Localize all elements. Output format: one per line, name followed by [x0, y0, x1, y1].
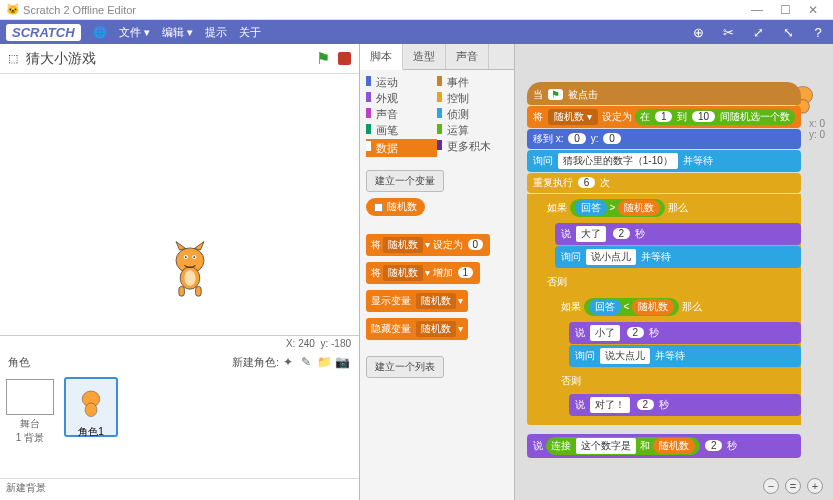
make-variable-button[interactable]: 建立一个变量 [366, 170, 444, 192]
block-if-lt[interactable]: 如果 回答 < 随机数 那么 [555, 295, 801, 319]
cat-looks[interactable]: 外观 [366, 90, 437, 106]
window-titlebar: 🐱 Scratch 2 Offline Editor — ☐ ✕ [0, 0, 833, 20]
block-else2[interactable]: 否则 [555, 371, 801, 391]
svg-point-6 [184, 270, 195, 285]
maximize-icon[interactable]: ☐ [771, 3, 799, 17]
cat-icon: 🐱 [6, 3, 20, 16]
block-goto[interactable]: 移到 x: 0 y: 0 [527, 129, 801, 149]
tab-sounds[interactable]: 声音 [446, 44, 489, 69]
cat-control[interactable]: 控制 [437, 90, 508, 106]
svg-point-4 [193, 256, 195, 258]
block-when-flag[interactable]: 当 ⚑ 被点击 [527, 82, 801, 105]
make-list-button[interactable]: 建立一个列表 [366, 356, 444, 378]
sprite-cat[interactable] [155, 229, 225, 299]
svg-point-3 [185, 256, 187, 258]
camera-sprite-icon[interactable]: 📷 [333, 355, 351, 369]
cat-pen[interactable]: 画笔 [366, 122, 437, 138]
var-checkbox[interactable] [374, 203, 383, 212]
minimize-icon[interactable]: — [743, 3, 771, 17]
project-title[interactable]: 猜大小游戏 [26, 50, 308, 68]
sprite-item-cat[interactable]: 角色1 [64, 377, 118, 437]
cut-icon[interactable]: ✂ [719, 25, 737, 40]
choose-sprite-icon[interactable]: ✦ [279, 355, 297, 369]
globe-icon[interactable]: 🌐 [93, 26, 107, 39]
menu-tips[interactable]: 提示 [205, 25, 227, 40]
cat-events[interactable]: 事件 [437, 74, 508, 90]
block-ask-big[interactable]: 询问 说大点儿 并等待 [569, 345, 801, 367]
cat-operators[interactable]: 运算 [437, 122, 508, 138]
cat-motion[interactable]: 运动 [366, 74, 437, 90]
svg-rect-7 [179, 286, 185, 296]
zoom-out-icon[interactable]: − [763, 478, 779, 494]
blocks-palette-column: 脚本 造型 声音 运动 外观 声音 画笔 数据 事件 控制 侦测 运算 更多积木… [360, 44, 515, 500]
scratch-logo: SCRATCH [6, 24, 81, 41]
tab-scripts[interactable]: 脚本 [360, 44, 403, 70]
block-show-var[interactable]: 显示变量 随机数▾ [366, 290, 468, 312]
block-say-small[interactable]: 说 小了 2 秒 [569, 322, 801, 344]
new-backdrop-label: 新建背景 [0, 478, 359, 500]
block-repeat[interactable]: 重复执行 6 次 [527, 173, 801, 193]
stage-canvas[interactable] [0, 74, 359, 336]
help-icon[interactable]: ? [809, 25, 827, 40]
new-sprite-label: 新建角色: [232, 355, 279, 370]
fullscreen-icon[interactable]: ⬚ [8, 52, 18, 65]
block-hide-var[interactable]: 隐藏变量 随机数▾ [366, 318, 468, 340]
scripts-area[interactable]: x: 0 y: 0 当 ⚑ 被点击 将 随机数 ▾ 设定为 在 1 到 10 间… [515, 44, 833, 500]
block-say-big[interactable]: 说 大了 2 秒 [555, 223, 801, 245]
block-say-join[interactable]: 说 连接 这个数字是 和 随机数 2 秒 [527, 434, 801, 458]
shrink-icon[interactable]: ⤡ [779, 25, 797, 40]
svg-point-10 [85, 403, 97, 417]
stop-icon[interactable] [338, 52, 351, 65]
stage-thumb[interactable]: 舞台 1 背景 [0, 373, 60, 478]
paint-sprite-icon[interactable]: ✎ [297, 355, 315, 369]
svg-rect-8 [196, 286, 202, 296]
block-else1[interactable]: 否则 [541, 272, 801, 292]
cat-sensing[interactable]: 侦测 [437, 106, 508, 122]
cat-more[interactable]: 更多积木 [437, 138, 508, 154]
block-say-correct[interactable]: 说 对了！ 2 秒 [569, 394, 801, 416]
block-ask[interactable]: 询问 猜我心里的数字（1-10） 并等待 [527, 150, 801, 172]
cat-sound[interactable]: 声音 [366, 106, 437, 122]
block-set-var[interactable]: 将随机数▾ 设定为 0 [366, 234, 490, 256]
menu-edit[interactable]: 编辑 ▾ [162, 25, 193, 40]
zoom-reset-icon[interactable]: = [785, 478, 801, 494]
menu-about[interactable]: 关于 [239, 25, 261, 40]
upload-sprite-icon[interactable]: 📁 [315, 355, 333, 369]
flag-icon: ⚑ [548, 89, 563, 100]
zoom-in-icon[interactable]: + [807, 478, 823, 494]
block-change-var[interactable]: 将随机数▾ 增加 1 [366, 262, 480, 284]
stage-column: ⬚ 猜大小游戏 ⚑ X: 240 y: -180 角色 [0, 44, 360, 500]
block-ask-small[interactable]: 询问 说小点儿 并等待 [555, 246, 801, 268]
stage-coords: X: 240 y: -180 [0, 336, 359, 351]
tab-costumes[interactable]: 造型 [403, 44, 446, 69]
green-flag-icon[interactable]: ⚑ [316, 49, 330, 68]
sprites-label: 角色 [8, 355, 232, 370]
zoom-controls: − = + [763, 478, 823, 494]
stamp-icon[interactable]: ⊕ [689, 25, 707, 40]
close-icon[interactable]: ✕ [799, 3, 827, 17]
menubar: SCRATCH 🌐 文件 ▾ 编辑 ▾ 提示 关于 ⊕ ✂ ⤢ ⤡ ? [0, 20, 833, 44]
grow-icon[interactable]: ⤢ [749, 25, 767, 40]
window-title: Scratch 2 Offline Editor [23, 4, 136, 16]
block-set[interactable]: 将 随机数 ▾ 设定为 在 1 到 10 间随机选一个数 [527, 106, 801, 128]
cat-data[interactable]: 数据 [366, 139, 437, 157]
variable-pill[interactable]: 随机数 [366, 198, 425, 216]
menu-file[interactable]: 文件 ▾ [119, 25, 150, 40]
script-stack[interactable]: 当 ⚑ 被点击 将 随机数 ▾ 设定为 在 1 到 10 间随机选一个数 移到 … [527, 82, 801, 459]
block-if-gt[interactable]: 如果 回答 > 随机数 那么 [541, 196, 801, 220]
